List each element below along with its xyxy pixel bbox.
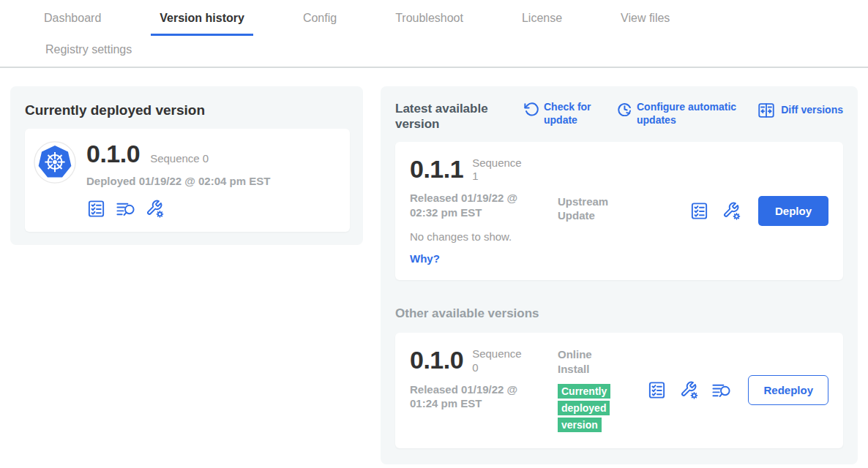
latest-version-actions: Deploy: [689, 196, 828, 226]
preflight-checks-icon[interactable]: [647, 380, 667, 400]
available-updates-panel: Latest available version Check for updat…: [381, 86, 858, 464]
other-version-info: 0.1.0Sequence 0 Released 01/19/22 @ 01:2…: [410, 347, 549, 411]
other-available-versions-title: Other available versions: [395, 306, 843, 321]
latest-released-timestamp: Released 01/19/22 @ 02:32 pm EST: [410, 191, 531, 219]
diff-icon: [757, 101, 776, 120]
other-version-number: 0.1.0: [410, 346, 463, 374]
latest-version-card: 0.1.1Sequence 1 Released 01/19/22 @ 02:3…: [395, 142, 843, 281]
deployed-version-number: 0.1.0: [86, 141, 140, 167]
tab-config[interactable]: Config: [294, 0, 345, 36]
other-version-actions: Redeploy: [647, 375, 828, 405]
tab-view-files[interactable]: View files: [612, 0, 678, 36]
tab-license[interactable]: License: [513, 0, 571, 36]
view-logs-icon[interactable]: [711, 380, 731, 400]
diff-versions-label: Diff versions: [781, 104, 843, 117]
currently-deployed-panel: Currently deployed version 0.1.0 Sequenc…: [10, 86, 363, 245]
why-link[interactable]: Why?: [410, 252, 440, 265]
check-for-update-label: Check for update: [544, 101, 600, 127]
redeploy-button[interactable]: Redeploy: [748, 375, 828, 405]
other-sequence-label: Sequence 0: [472, 347, 525, 375]
latest-version-number: 0.1.1: [410, 155, 463, 183]
latest-sequence-label: Sequence 1: [472, 156, 525, 184]
currently-deployed-badge-wrap: Currently deployed version: [558, 382, 610, 434]
check-for-update-link[interactable]: Check for update: [523, 101, 600, 127]
currently-deployed-title: Currently deployed version: [25, 102, 350, 118]
preflight-checks-icon[interactable]: [86, 199, 106, 219]
tab-version-history[interactable]: Version history: [151, 0, 253, 36]
no-changes-text: No changes to show.: [410, 230, 549, 243]
other-released-timestamp: Released 01/19/22 @ 01:24 pm EST: [410, 382, 531, 411]
view-logs-icon[interactable]: [116, 199, 135, 219]
preflight-checks-icon[interactable]: [689, 201, 709, 221]
deployed-version-card: 0.1.0 Sequence 0 Deployed 01/19/22 @ 02:…: [25, 129, 350, 232]
other-source-label: Online Install: [558, 347, 618, 376]
auto-update-icon: [616, 101, 632, 116]
deployed-timestamp: Deployed 01/19/22 @ 02:04 pm EST: [86, 174, 270, 189]
configure-automatic-updates-label: Configure automatic updates: [637, 101, 752, 127]
tab-registry-settings[interactable]: Registry settings: [45, 43, 132, 56]
top-navigation: Dashboard Version history Config Trouble…: [0, 0, 868, 68]
diff-versions-link[interactable]: Diff versions: [757, 101, 843, 120]
deploy-button[interactable]: Deploy: [758, 196, 828, 226]
latest-available-title: Latest available version: [395, 101, 501, 132]
kubernetes-logo-icon: [34, 141, 76, 184]
other-source-block: Online Install Currently deployed versio…: [558, 347, 618, 434]
deployed-sequence-label: Sequence 0: [150, 152, 209, 165]
currently-deployed-badge: Currently deployed version: [558, 384, 610, 432]
config-wrench-icon[interactable]: [722, 201, 741, 221]
deployed-version-info: 0.1.0 Sequence 0 Deployed 01/19/22 @ 02:…: [86, 141, 270, 219]
refresh-icon: [523, 101, 539, 116]
latest-source-label: Upstream Update: [558, 195, 618, 223]
tab-dashboard[interactable]: Dashboard: [35, 0, 110, 36]
config-wrench-icon[interactable]: [679, 380, 699, 400]
nav-row-1: Dashboard Version history Config Trouble…: [0, 0, 868, 36]
main-content: Currently deployed version 0.1.0 Sequenc…: [0, 68, 868, 464]
nav-row-2: Registry settings: [0, 36, 868, 67]
latest-available-header: Latest available version Check for updat…: [395, 101, 843, 132]
other-version-card: 0.1.0Sequence 0 Released 01/19/22 @ 01:2…: [395, 333, 843, 448]
config-wrench-icon[interactable]: [145, 199, 165, 219]
latest-version-info: 0.1.1Sequence 1 Released 01/19/22 @ 02:3…: [410, 156, 549, 266]
configure-automatic-updates-link[interactable]: Configure automatic updates: [616, 101, 752, 127]
tab-troubleshoot[interactable]: Troubleshoot: [386, 0, 472, 36]
